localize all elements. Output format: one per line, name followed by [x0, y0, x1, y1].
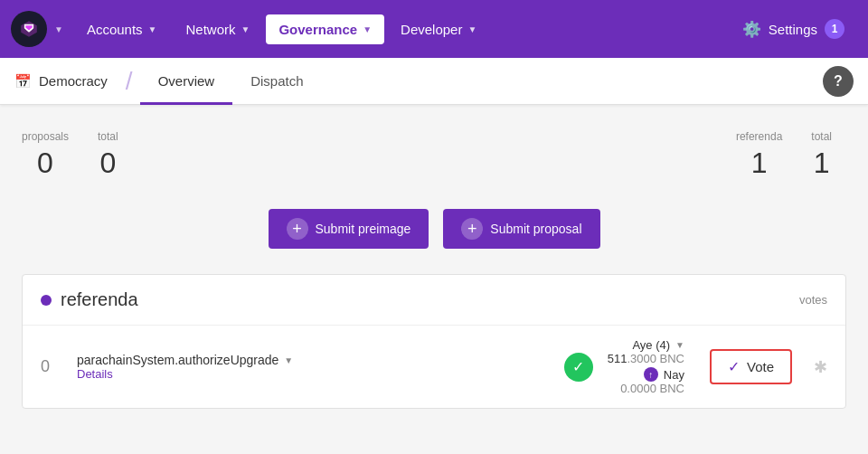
submit-preimage-plus-icon: + [287, 218, 308, 240]
ref-approved-icon: ✓ [564, 353, 593, 382]
action-buttons-row: + Submit preimage + Submit proposal [22, 209, 846, 249]
proposals-stat: proposals 0 [22, 130, 69, 180]
stats-row: proposals 0 total 0 referenda 1 total 1 [22, 123, 846, 187]
vote-button[interactable]: ✓ Vote [710, 349, 792, 384]
referenda-section: referenda votes 0 parachainSystem.author… [22, 274, 846, 409]
logo-dropdown-arrow[interactable]: ▼ [54, 24, 63, 34]
calendar-icon: 📅 [14, 73, 32, 90]
referenda-total-stat: total 1 [811, 130, 832, 180]
referenda-header: referenda votes [23, 275, 845, 326]
governance-arrow: ▼ [363, 24, 372, 34]
ref-title-arrow-icon[interactable]: ▼ [284, 355, 293, 365]
help-button[interactable]: ? [823, 66, 854, 97]
referenda-total-value: 1 [814, 147, 830, 180]
proposals-total-value: 0 [99, 147, 116, 180]
network-arrow: ▼ [241, 24, 250, 34]
nay-label: Nay [664, 368, 684, 382]
ref-star-icon[interactable]: ✱ [814, 357, 827, 377]
tab-dispatch[interactable]: Dispatch [232, 59, 321, 105]
aye-label: Aye (4) [632, 338, 670, 352]
referenda-stats: referenda 1 total 1 [736, 130, 832, 180]
table-row: 0 parachainSystem.authorizeUpgrade ▼ Det… [23, 326, 845, 408]
sub-nav-tabs: Overview Dispatch [140, 58, 322, 104]
nay-icon: ↑ [644, 367, 658, 382]
referenda-label: referenda [736, 130, 782, 143]
proposals-stats: proposals 0 total 0 [22, 130, 118, 180]
vote-check-icon: ✓ [728, 358, 740, 375]
nav-item-accounts[interactable]: Accounts ▼ [74, 14, 170, 44]
democracy-nav-item[interactable]: 📅 Democracy [14, 73, 126, 90]
votes-label: votes [799, 293, 827, 307]
ref-title: parachainSystem.authorizeUpgrade ▼ [77, 353, 550, 367]
referenda-stat: referenda 1 [736, 130, 782, 180]
proposals-value: 0 [37, 147, 53, 180]
nav-item-governance[interactable]: Governance ▼ [266, 14, 384, 44]
referenda-dot-icon [41, 295, 52, 306]
top-navigation: ▼ Accounts ▼ Network ▼ Governance ▼ Deve… [0, 0, 868, 58]
tab-overview[interactable]: Overview [140, 59, 233, 105]
submit-preimage-button[interactable]: + Submit preimage [269, 209, 429, 249]
submit-proposal-plus-icon: + [461, 218, 483, 240]
referenda-title: referenda [41, 289, 138, 310]
settings-badge: 1 [825, 19, 844, 39]
app-logo[interactable] [11, 11, 47, 47]
referenda-total-label: total [811, 130, 832, 143]
referenda-value: 1 [751, 147, 768, 180]
proposals-total-stat: total 0 [98, 130, 118, 180]
sub-navigation: 📅 Democracy / Overview Dispatch ? [0, 58, 868, 105]
ref-votes: Aye (4) ▼ 511.3000 BNC ↑ Nay 0.0000 BNC [608, 338, 684, 395]
nay-amount: 0.0000 BNC [608, 382, 684, 395]
ref-details: parachainSystem.authorizeUpgrade ▼ Detai… [77, 353, 550, 381]
developer-arrow: ▼ [467, 24, 476, 34]
ref-index: 0 [41, 357, 62, 376]
nav-item-developer[interactable]: Developer ▼ [388, 14, 489, 44]
aye-row: Aye (4) ▼ [608, 338, 684, 352]
accounts-arrow: ▼ [148, 24, 157, 34]
submit-proposal-button[interactable]: + Submit proposal [443, 209, 599, 249]
main-content: proposals 0 total 0 referenda 1 total 1 … [0, 105, 868, 427]
ref-details-link[interactable]: Details [77, 367, 550, 381]
nay-row: ↑ Nay [608, 367, 684, 382]
settings-gear-icon: ⚙️ [742, 20, 761, 39]
aye-expand-icon[interactable]: ▼ [675, 340, 684, 350]
settings-nav-item[interactable]: ⚙️ Settings 1 [730, 12, 857, 46]
aye-amount: 511.3000 BNC [608, 352, 684, 365]
proposals-label: proposals [22, 130, 69, 143]
nav-item-network[interactable]: Network ▼ [174, 14, 263, 44]
nav-divider: / [126, 67, 133, 96]
proposals-total-label: total [98, 130, 118, 143]
